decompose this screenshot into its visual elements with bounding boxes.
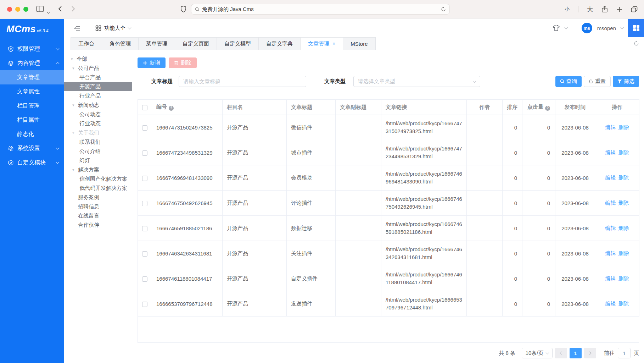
tree-node[interactable]: 公司动态 (64, 110, 132, 119)
sidebar-item-permissions[interactable]: 权限管理 (0, 42, 64, 56)
tree-node[interactable]: ▾解决方案 (64, 165, 132, 174)
back-button[interactable] (58, 6, 62, 12)
page-1-button[interactable]: 1 (570, 348, 582, 358)
tab-overview-icon[interactable] (631, 6, 638, 12)
privacy-shield-icon[interactable] (181, 6, 186, 12)
tree-node-disabled[interactable]: ▾关于我们 (64, 128, 132, 137)
next-page-button[interactable] (584, 348, 596, 358)
row-checkbox[interactable] (142, 276, 147, 282)
delete-button[interactable]: 删除 (169, 57, 197, 68)
sidebar-item-system-settings[interactable]: 系统设置 (0, 141, 64, 155)
article-type-select[interactable]: 请选择文章类型 (353, 76, 480, 87)
tree-node[interactable]: 行业产品 (64, 91, 132, 100)
tab-role-management[interactable]: 角色管理 (102, 37, 139, 50)
add-button[interactable]: 新增 (138, 57, 166, 68)
select-all-checkbox[interactable] (142, 105, 147, 110)
tree-node[interactable]: 行业动态 (64, 119, 132, 128)
chevron-down-icon[interactable] (621, 26, 624, 29)
row-checkbox[interactable] (142, 302, 147, 307)
goto-page-input[interactable] (618, 348, 631, 358)
row-checkbox[interactable] (142, 176, 147, 181)
apps-launcher-button[interactable] (628, 19, 644, 37)
row-checkbox[interactable] (142, 251, 147, 257)
tab-custom-model[interactable]: 自定义模型 (217, 37, 259, 50)
page-size-select[interactable]: 10条/页 (522, 348, 553, 358)
search-button[interactable]: 查询 (555, 76, 582, 87)
tree-node[interactable]: 幻灯 (64, 156, 132, 165)
tree-node[interactable]: 平台产品 (64, 73, 132, 82)
share-icon[interactable] (601, 6, 608, 13)
edit-link[interactable]: 编辑 (605, 275, 616, 282)
feature-menu-label: 功能大全 (104, 25, 125, 32)
tree-node[interactable]: 招聘信息 (64, 202, 132, 211)
close-icon[interactable]: × (332, 41, 335, 46)
row-checkbox[interactable] (142, 226, 147, 231)
reload-icon[interactable] (441, 7, 446, 12)
refresh-tabs-icon[interactable] (634, 41, 639, 46)
edit-link[interactable]: 编辑 (605, 225, 616, 232)
forward-button[interactable] (71, 6, 75, 12)
edit-link[interactable]: 编辑 (605, 200, 616, 207)
help-icon[interactable]: ? (169, 106, 174, 111)
tree-node[interactable]: ▾新闻动态 (64, 100, 132, 110)
delete-link[interactable]: 删除 (618, 301, 629, 307)
text-smaller-button[interactable]: 小 (565, 6, 570, 12)
feature-menu-trigger[interactable]: 功能大全 (95, 25, 131, 32)
delete-link[interactable]: 删除 (618, 149, 629, 156)
tree-node[interactable]: ▾公司产品 (64, 64, 132, 73)
tab-article-management[interactable]: 文章管理 × (300, 37, 343, 50)
tree-node[interactable]: 信创国产化解决方案 (64, 174, 132, 183)
delete-link[interactable]: 删除 (618, 175, 629, 181)
filter-button[interactable]: 筛选 (613, 76, 639, 87)
new-tab-icon[interactable] (616, 6, 622, 12)
tree-node-all[interactable]: ▾全部 (64, 54, 132, 64)
row-checkbox[interactable] (142, 201, 147, 206)
delete-link[interactable]: 删除 (618, 250, 629, 257)
delete-link[interactable]: 删除 (618, 225, 629, 232)
edit-link[interactable]: 编辑 (605, 175, 616, 181)
tree-node[interactable]: 联系我们 (64, 137, 132, 147)
chevron-down-icon[interactable] (564, 26, 568, 29)
delete-link[interactable]: 删除 (618, 200, 629, 207)
edit-link[interactable]: 编辑 (605, 250, 616, 257)
browser-sidebar-icon[interactable] (36, 5, 44, 12)
edit-link[interactable]: 编辑 (605, 124, 616, 131)
tree-node[interactable]: 合作伙伴 (64, 220, 132, 230)
reset-button[interactable]: 重置 (584, 76, 611, 87)
minimize-window-button[interactable] (15, 7, 20, 12)
text-larger-button[interactable]: 大 (587, 5, 593, 13)
edit-link[interactable]: 编辑 (605, 149, 616, 156)
tab-workbench[interactable]: 工作台 (71, 37, 102, 50)
sidebar-item-column-management[interactable]: 栏目管理 (0, 99, 64, 113)
sidebar-item-content[interactable]: 内容管理 (0, 56, 64, 70)
avatar[interactable]: ms (582, 23, 592, 33)
row-checkbox[interactable] (142, 125, 147, 131)
row-checkbox[interactable] (142, 150, 147, 156)
sidebar-item-column-attributes[interactable]: 栏目属性 (0, 113, 64, 127)
article-title-input[interactable] (179, 76, 306, 87)
tab-custom-page[interactable]: 自定义页面 (175, 37, 217, 50)
address-bar[interactable]: 免费开源的 Java Cms (191, 4, 450, 15)
tree-node[interactable]: 服务案例 (64, 193, 132, 202)
sidebar-item-custom-modules[interactable]: 自定义模块 (0, 155, 64, 170)
zoom-window-button[interactable] (23, 7, 28, 12)
tab-menu-management[interactable]: 菜单管理 (138, 37, 175, 50)
tree-node-selected[interactable]: 开源产品 (64, 82, 132, 91)
help-icon[interactable]: ? (545, 106, 550, 111)
prev-page-button[interactable] (555, 348, 567, 358)
sidebar-item-staticize[interactable]: 静态化 (0, 127, 64, 141)
theme-icon[interactable] (553, 25, 560, 31)
collapse-menu-icon[interactable] (74, 25, 80, 31)
delete-link[interactable]: 删除 (618, 124, 629, 131)
tree-node[interactable]: 公司介绍 (64, 147, 132, 156)
edit-link[interactable]: 编辑 (605, 301, 616, 307)
tree-node[interactable]: 在线留言 (64, 211, 132, 220)
tab-mstore[interactable]: MStore (343, 37, 375, 50)
sidebar-item-article-management[interactable]: 文章管理 (0, 70, 64, 84)
sidebar-item-article-attributes[interactable]: 文章属性 (0, 84, 64, 99)
close-window-button[interactable] (7, 7, 12, 12)
tree-node[interactable]: 低代码开发解决方案 (64, 183, 132, 193)
tab-custom-dict[interactable]: 自定义字典 (258, 37, 301, 50)
delete-link[interactable]: 删除 (618, 275, 629, 282)
chevron-down-icon[interactable] (47, 8, 50, 14)
